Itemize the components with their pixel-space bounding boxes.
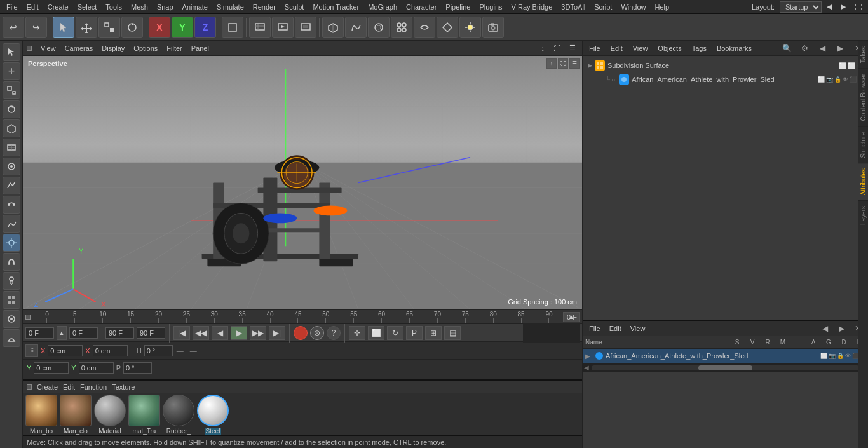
tree-item-subdivision-surface[interactable]: ▶ Subdivision Surface ⬜ ⬜ — [585, 58, 865, 72]
go-to-start-btn[interactable]: |◀ — [173, 326, 190, 340]
scroll-track[interactable] — [592, 365, 859, 370]
undo-button[interactable]: ↩ — [3, 17, 24, 38]
material-item-0[interactable]: Man_bo — [25, 395, 57, 435]
viewport-menu-btn[interactable]: ☰ — [567, 43, 578, 53]
end-frame-input2[interactable] — [137, 327, 165, 339]
vc-restore-btn[interactable]: ↕ — [546, 58, 557, 69]
menu-3dtoall[interactable]: 3DToAll — [557, 2, 589, 12]
current-frame-input[interactable] — [25, 327, 54, 339]
menu-mograph[interactable]: MoGraph — [364, 2, 401, 12]
vtab-structure[interactable]: Structure — [858, 126, 868, 163]
render-button[interactable] — [272, 17, 294, 38]
menu-tools[interactable]: Tools — [102, 2, 126, 12]
attr-view-menu[interactable]: View — [628, 323, 648, 334]
menu-animate[interactable]: Animate — [179, 2, 212, 12]
sidebar-magnet-btn[interactable] — [3, 253, 20, 271]
material-item-2[interactable]: Material — [94, 395, 126, 435]
sidebar-scale-btn[interactable] — [3, 81, 20, 99]
arrow-right-btn[interactable]: ▶ — [837, 1, 850, 12]
layout-select[interactable]: Startup — [780, 1, 822, 13]
axis-y-button[interactable]: Y — [172, 17, 193, 38]
sidebar-select-btn[interactable] — [3, 43, 20, 61]
record-btn[interactable] — [294, 326, 308, 340]
scale-tool-button[interactable] — [98, 17, 120, 38]
camera-button[interactable] — [482, 17, 504, 38]
menu-simulate[interactable]: Simulate — [213, 2, 248, 12]
menu-select[interactable]: Select — [74, 2, 101, 12]
pos-y-input[interactable] — [34, 362, 69, 374]
cube-object-button[interactable] — [322, 17, 344, 38]
material-item-1[interactable]: Man_clo — [60, 395, 92, 435]
viewport-display-menu[interactable]: Display — [99, 43, 127, 53]
pos-x-input[interactable] — [48, 345, 83, 356]
frame-tool-btn[interactable]: ▤ — [444, 326, 461, 340]
attr-edit-menu[interactable]: Edit — [607, 323, 624, 334]
render-anim-button[interactable] — [295, 17, 316, 38]
vc-menu-btn[interactable]: ☰ — [569, 58, 580, 69]
material-item-4[interactable]: Rubber_ — [163, 395, 194, 435]
step-forward-btn[interactable]: ▶▶ — [250, 326, 266, 340]
scroll-thumb[interactable] — [698, 365, 752, 370]
menu-vray[interactable]: V-Ray Bridge — [508, 2, 557, 12]
menu-file[interactable]: File — [3, 2, 22, 12]
viewport-filter-menu[interactable]: Filter — [164, 43, 184, 53]
obj-objects-menu[interactable]: Objects — [655, 43, 684, 53]
obj-tags-menu[interactable]: Tags — [689, 43, 709, 53]
spline-button[interactable] — [345, 17, 367, 38]
menu-plugins[interactable]: Plugins — [475, 2, 506, 12]
material-item-3[interactable]: mat_Tra — [128, 395, 160, 435]
render-region-button[interactable] — [249, 17, 271, 38]
sidebar-transform-btn[interactable] — [3, 234, 20, 252]
viewport-fullscreen-btn[interactable]: ⛶ — [551, 43, 563, 53]
sidebar-tool10-btn[interactable] — [3, 215, 20, 233]
sidebar-grid-btn[interactable] — [3, 291, 20, 309]
grid-tool-btn[interactable]: ⊞ — [425, 326, 442, 340]
size-y-input[interactable] — [79, 362, 114, 374]
obj-arrow-right-icon[interactable]: ▶ — [834, 43, 846, 54]
object-mode-button[interactable] — [222, 17, 243, 38]
material-item-5[interactable]: Steel — [197, 395, 229, 435]
frames-track[interactable] — [523, 323, 580, 343]
vc-maximize-btn[interactable]: ⛶ — [558, 58, 568, 69]
mat-edit-menu[interactable]: Edit — [63, 383, 75, 391]
obj-edit-menu[interactable]: Edit — [608, 43, 625, 53]
scroll-left-btn[interactable]: ◀ — [584, 364, 589, 371]
deformer-button[interactable] — [414, 17, 435, 38]
start-frame-input[interactable] — [69, 327, 98, 339]
sidebar-move-btn[interactable]: ✛ — [3, 62, 20, 80]
panel-scrollbar[interactable]: ◀ ▶ — [583, 363, 868, 372]
menu-mesh[interactable]: Mesh — [127, 2, 152, 12]
step-back-btn[interactable]: ◀◀ — [193, 326, 209, 340]
menu-window[interactable]: Window — [617, 2, 649, 12]
vtab-attributes[interactable]: Attributes — [858, 163, 868, 200]
menu-motion-tracker[interactable]: Motion Tracker — [309, 2, 363, 12]
obj-view-menu[interactable]: View — [630, 43, 651, 53]
menu-help[interactable]: Help — [651, 2, 674, 12]
menu-edit[interactable]: Edit — [23, 2, 43, 12]
move-tool-tl-btn[interactable]: ✛ — [349, 326, 365, 340]
viewport-restore-btn[interactable]: ↕ — [539, 43, 548, 53]
attr-icon-1[interactable]: ▶ — [835, 323, 848, 334]
attr-icon-0[interactable]: ◀ — [818, 323, 831, 334]
rot-h-input[interactable] — [144, 345, 173, 356]
menu-render[interactable]: Render — [249, 2, 280, 12]
sidebar-rotate-btn[interactable] — [3, 100, 20, 118]
axis-z-button[interactable]: Z — [194, 17, 216, 38]
menu-sculpt[interactable]: Sculpt — [281, 2, 308, 12]
menu-snap[interactable]: Snap — [153, 2, 177, 12]
select-tool-tl-btn[interactable]: ⬜ — [368, 326, 384, 340]
frame-spin-up[interactable]: ▲ — [57, 326, 67, 340]
rot-p-input[interactable] — [123, 362, 152, 374]
mat-create-menu[interactable]: Create — [37, 383, 58, 391]
light-button[interactable] — [459, 17, 481, 38]
viewport-canvas[interactable]: Y X Z — [23, 56, 582, 309]
key-help-btn[interactable]: ? — [327, 326, 341, 340]
redo-button[interactable]: ↪ — [25, 17, 47, 38]
obj-gear-icon[interactable]: ⚙ — [798, 43, 811, 54]
fullscreen-btn[interactable]: ⛶ — [851, 2, 865, 12]
viewport-view-menu[interactable]: View — [38, 43, 58, 53]
vtab-takes[interactable]: Takes — [858, 41, 868, 68]
mat-function-menu[interactable]: Function — [80, 383, 107, 391]
obj-arrow-left-icon[interactable]: ◀ — [816, 43, 829, 54]
arrow-left-btn[interactable]: ◀ — [823, 1, 836, 12]
